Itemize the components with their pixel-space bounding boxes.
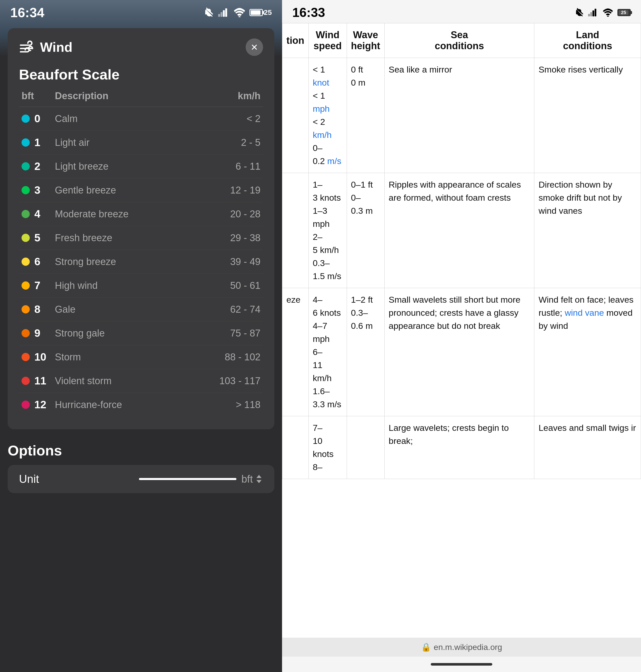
bft-number: 12 <box>22 398 55 411</box>
bft-number: 2 <box>22 160 55 172</box>
th-description: tion <box>282 23 309 58</box>
bft-description: Strong gale <box>55 328 214 339</box>
cell-wind-0: < 1 knot < 1 mph < 2 km/h 0– 0.2 m/s <box>309 58 347 173</box>
bft-description: Storm <box>55 352 214 363</box>
signal-icon <box>218 8 230 17</box>
table-row: 7– 10 knots 8– Large wavelets; crests be… <box>282 416 641 479</box>
bft-number: 8 <box>22 303 55 316</box>
bft-number: 3 <box>22 184 55 196</box>
beaufort-row: 10 Storm 88 - 102 <box>19 345 263 369</box>
beaufort-row: 12 Hurricane-force > 118 <box>19 393 263 417</box>
cell-land-0: Smoke rises vertically <box>534 58 641 173</box>
table-header: bft Description km/h <box>19 90 263 107</box>
svg-rect-8 <box>595 9 596 16</box>
bft-dot <box>22 162 30 170</box>
svg-rect-1 <box>220 12 222 17</box>
link-wind-vane[interactable]: wind vane <box>564 308 604 318</box>
bft-number: 9 <box>22 327 55 339</box>
table-row: eze 4– 6 knots 4–7 mph 6– 11 km/h 1.6– 3… <box>282 288 641 416</box>
unit-right: bft <box>139 473 263 485</box>
bft-dot <box>22 377 30 385</box>
beaufort-row: 6 Strong breeze 39 - 49 <box>19 250 263 274</box>
wind-card-header: Wind <box>19 39 263 56</box>
bft-description: Light breeze <box>55 161 214 172</box>
battery-icon-right: 25 <box>617 9 631 16</box>
beaufort-row: 8 Gale 62 - 74 <box>19 297 263 321</box>
bft-description: Calm <box>55 113 214 124</box>
bft-speed: 62 - 74 <box>214 304 260 315</box>
beaufort-row: 4 Moderate breeze 20 - 28 <box>19 202 263 226</box>
bft-description: Moderate breeze <box>55 209 214 220</box>
lock-icon: 🔒 <box>421 642 431 652</box>
status-bar-left: 16:34 <box>0 0 282 20</box>
status-icons-left: 25 <box>203 7 272 18</box>
bft-description: High wind <box>55 280 214 291</box>
svg-rect-3 <box>225 9 227 17</box>
bft-speed: 6 - 11 <box>214 161 260 172</box>
beaufort-table: 0 Calm < 2 1 Light air 2 - 5 2 Light bre… <box>19 107 263 417</box>
link-mph-0[interactable]: mph <box>313 104 330 114</box>
wiki-container[interactable]: tion Windspeed Waveheight Seaconditions … <box>282 23 641 638</box>
signal-icon-right <box>588 9 598 17</box>
home-indicator <box>282 657 641 672</box>
svg-rect-0 <box>218 14 220 17</box>
beaufort-row: 7 High wind 50 - 61 <box>19 274 263 297</box>
link-knot-0[interactable]: knot <box>313 78 329 87</box>
cell-sea-3: Large wavelets; crests begin to break; <box>384 416 534 479</box>
beaufort-row: 2 Light breeze 6 - 11 <box>19 155 263 178</box>
left-panel: 16:34 <box>0 0 282 672</box>
beaufort-wiki-table: tion Windspeed Waveheight Seaconditions … <box>282 23 641 479</box>
close-button[interactable] <box>246 39 263 56</box>
beaufort-row: 3 Gentle breeze 12 - 19 <box>19 178 263 202</box>
link-kmh-0[interactable]: km/h <box>313 130 332 140</box>
stepper-icon[interactable] <box>255 474 263 484</box>
unit-slider[interactable] <box>139 478 236 480</box>
bell-slash-icon-right <box>574 8 585 18</box>
unit-value: bft <box>242 473 253 485</box>
options-section: Options Unit bft <box>8 442 274 493</box>
cell-wave-1: 0–1 ft0–0.3 m <box>347 173 384 288</box>
bft-speed: 39 - 49 <box>214 256 260 267</box>
bft-speed: 20 - 28 <box>214 209 260 220</box>
bft-number: 1 <box>22 136 55 149</box>
time-right: 16:33 <box>292 5 325 20</box>
bft-speed: 103 - 117 <box>214 376 260 387</box>
cell-wave-3 <box>347 416 384 479</box>
bft-speed: 50 - 61 <box>214 280 260 291</box>
beaufort-row: 11 Violent storm 103 - 117 <box>19 369 263 393</box>
cell-land-3: Leaves and small twigs ir <box>534 416 641 479</box>
bft-description: Strong breeze <box>55 256 214 267</box>
bft-dot <box>22 115 30 123</box>
bft-number: 4 <box>22 208 55 220</box>
wind-icon <box>19 41 36 54</box>
table-row: 1– 3 knots 1–3 mph 2– 5 km/h 0.3– 1.5 m/… <box>282 173 641 288</box>
col-kmh-header: km/h <box>214 90 260 101</box>
options-card: Unit bft <box>8 465 274 493</box>
bft-description: Gale <box>55 304 214 315</box>
status-icons-right: 25 <box>574 8 631 18</box>
cell-wind-3: 7– 10 knots 8– <box>309 416 347 479</box>
cell-desc-0 <box>282 58 309 173</box>
cell-desc-1 <box>282 173 309 288</box>
th-wind-speed: Windspeed <box>309 23 347 58</box>
cell-desc-3 <box>282 416 309 479</box>
time-left: 16:34 <box>10 5 44 20</box>
bft-speed: 12 - 19 <box>214 185 260 196</box>
bft-description: Fresh breeze <box>55 233 214 243</box>
th-sea-conditions: Seaconditions <box>384 23 534 58</box>
wind-title-row: Wind <box>19 40 72 55</box>
bft-dot <box>22 353 30 361</box>
bft-dot <box>22 305 30 313</box>
bft-description: Gentle breeze <box>55 185 214 196</box>
beaufort-title: Beaufort Scale <box>19 66 263 83</box>
bft-dot <box>22 186 30 194</box>
cell-sea-1: Ripples with appearance of scales are fo… <box>384 173 534 288</box>
bft-number: 0 <box>22 113 55 125</box>
link-ms-0[interactable]: m/s <box>327 156 341 166</box>
cell-land-2: Wind felt on face; leaves rustle; wind v… <box>534 288 641 416</box>
col-bft-header: bft <box>22 90 55 101</box>
beaufort-row: 1 Light air 2 - 5 <box>19 131 263 155</box>
bft-number: 5 <box>22 232 55 244</box>
svg-rect-2 <box>223 10 224 17</box>
options-title: Options <box>8 442 274 459</box>
